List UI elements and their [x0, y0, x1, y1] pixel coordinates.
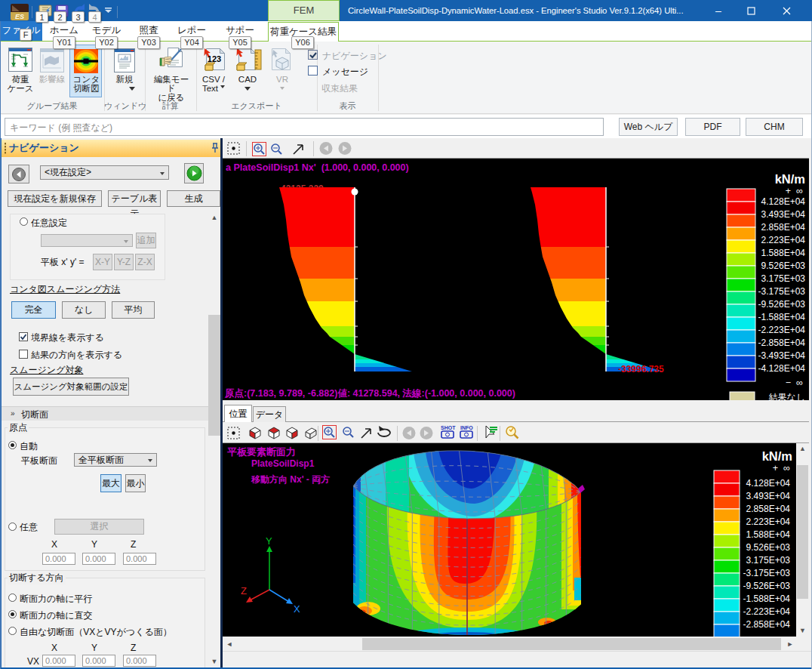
svg-text:-9.526E+03: -9.526E+03	[743, 581, 791, 591]
svg-text:123: 123	[208, 54, 221, 63]
svg-text:2.223E+04: 2.223E+04	[746, 516, 791, 527]
svg-text:-4.128E+04: -4.128E+04	[758, 363, 806, 374]
svg-text:-2.223E+04: -2.223E+04	[743, 606, 791, 617]
svg-text:-3.493E+04: -3.493E+04	[758, 350, 806, 361]
svg-text:kN/m: kN/m	[775, 172, 805, 186]
svg-text:3.175E+03: 3.175E+03	[761, 273, 806, 284]
svg-text:-2.223E+04: -2.223E+04	[758, 325, 806, 335]
svg-text:移動方向 Nx' - 両方: 移動方向 Nx' - 両方	[251, 474, 330, 485]
svg-text:結果なし: 結果なし	[768, 392, 805, 400]
svg-text:1.588E+04: 1.588E+04	[761, 248, 806, 258]
svg-text:SHOT: SHOT	[441, 425, 456, 430]
svg-text:平板要素断面力: 平板要素断面力	[227, 446, 296, 458]
svg-text:-3.175E+03: -3.175E+03	[758, 286, 806, 297]
svg-text:-2.858E+04: -2.858E+04	[758, 338, 806, 348]
svg-text:-1.588E+04: -1.588E+04	[743, 593, 791, 604]
svg-text:X: X	[294, 603, 300, 615]
svg-text:Z: Z	[241, 585, 247, 597]
svg-text:2.223E+04: 2.223E+04	[761, 235, 806, 245]
svg-text:2.858E+04: 2.858E+04	[746, 504, 791, 514]
svg-text:-33996.735: -33996.735	[618, 364, 664, 375]
svg-text:-1.588E+04: -1.588E+04	[758, 312, 806, 322]
svg-text:4.128E+04: 4.128E+04	[761, 196, 806, 207]
svg-text:原点:(7.183, 9.789, -6.882)値: 41: 原点:(7.183, 9.789, -6.882)値: 41278.594, 法…	[224, 388, 515, 399]
svg-text:3.175E+03: 3.175E+03	[746, 555, 791, 566]
svg-text:Y: Y	[266, 535, 272, 547]
svg-text:1.588E+04: 1.588E+04	[746, 529, 791, 540]
svg-text:-2.858E+04: -2.858E+04	[743, 619, 791, 630]
svg-text:3.493E+04: 3.493E+04	[761, 209, 806, 220]
svg-text:+ ∞: + ∞	[786, 186, 803, 196]
svg-text:-9.526E+03: -9.526E+03	[758, 299, 806, 310]
svg-text:ES: ES	[15, 13, 24, 20]
svg-text:PlateSoilDisp1: PlateSoilDisp1	[251, 458, 315, 469]
svg-text:-3.175E+03: -3.175E+03	[743, 568, 791, 578]
svg-text:kN/m: kN/m	[762, 449, 792, 463]
svg-text:9.526E+03: 9.526E+03	[746, 542, 791, 553]
svg-text:4.128E+04: 4.128E+04	[746, 478, 791, 489]
svg-text:+ ∞: + ∞	[773, 463, 790, 473]
svg-text:9.526E+03: 9.526E+03	[761, 261, 806, 271]
svg-text:2.858E+04: 2.858E+04	[761, 222, 806, 233]
svg-text:3.493E+04: 3.493E+04	[746, 491, 791, 501]
svg-text:a PlateSoilDisp1 Nx' (1.000,: a PlateSoilDisp1 Nx' (1.000, 0.000, 0.00…	[226, 162, 409, 173]
svg-text:− ∞: − ∞	[786, 378, 803, 388]
svg-text:INFO: INFO	[460, 425, 473, 430]
